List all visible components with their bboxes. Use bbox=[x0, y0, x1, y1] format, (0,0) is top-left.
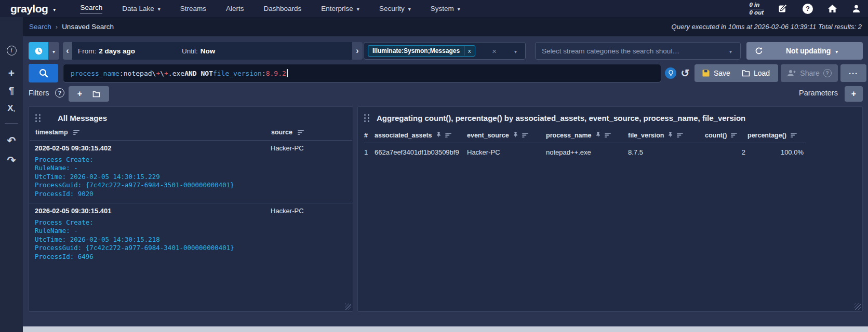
chevron-down-icon[interactable] bbox=[729, 46, 732, 56]
resize-handle[interactable] bbox=[345, 303, 351, 310]
nav-item-dashboards[interactable]: Dashboards bbox=[254, 5, 312, 12]
search-button[interactable] bbox=[29, 64, 58, 82]
query-token: \ bbox=[152, 70, 156, 77]
save-icon bbox=[702, 69, 710, 77]
pin-icon bbox=[436, 131, 441, 138]
aggregation-widget: Aggregating count(), percentage() by ass… bbox=[357, 106, 863, 312]
throughput-in: 0 in bbox=[750, 2, 764, 9]
query-token: .exe bbox=[168, 70, 184, 77]
time-range-picker-button[interactable] bbox=[29, 42, 48, 60]
until-label: Until: bbox=[182, 47, 198, 55]
query-token: : bbox=[119, 70, 124, 77]
message-row[interactable]: 2026-02-05 09:30:15.402 Hacker-PC Proces… bbox=[29, 141, 353, 203]
column-header-percentage[interactable]: percentage() bbox=[747, 128, 806, 143]
breadcrumb-separator: › bbox=[56, 23, 58, 31]
breadcrumb-search-link[interactable]: Search bbox=[29, 23, 51, 31]
refresh-controls-button[interactable]: Not updating bbox=[746, 42, 863, 60]
query-validation-icon[interactable] bbox=[665, 64, 676, 82]
drag-handle[interactable] bbox=[35, 114, 41, 122]
pin-icon bbox=[596, 131, 600, 138]
stream-category-placeholder: Select stream categories the search shou… bbox=[542, 47, 718, 55]
nav-item-enterprise[interactable]: Enterprise bbox=[311, 5, 369, 12]
more-actions-button[interactable]: ··· bbox=[840, 64, 866, 82]
cell-count: 2 bbox=[705, 143, 747, 162]
column-header-timestamp[interactable]: timestamp bbox=[35, 129, 80, 136]
add-parameter-button[interactable]: + bbox=[845, 86, 863, 102]
message-row[interactable]: 2026-02-05 09:30:15.401 Hacker-PC Proces… bbox=[29, 203, 353, 266]
from-value: 2 days ago bbox=[99, 47, 135, 55]
query-token: file_version bbox=[213, 70, 262, 77]
drag-handle[interactable] bbox=[364, 114, 369, 122]
query-execution-status: Query executed in 10ms at 2026-02-06 10:… bbox=[672, 23, 862, 31]
message-preview-line: RuleName: - bbox=[35, 227, 347, 235]
until-value: Now bbox=[201, 47, 216, 55]
nav-item-alerts[interactable]: Alerts bbox=[216, 5, 254, 12]
time-range-display[interactable]: From:2 days ago Until:Now bbox=[72, 42, 352, 60]
query-token: process_name bbox=[71, 70, 119, 77]
chevron-down-icon[interactable] bbox=[514, 46, 517, 56]
all-messages-widget: All Messages timestamp source 2026-02-05… bbox=[29, 106, 353, 312]
refresh-icon bbox=[755, 47, 763, 55]
stream-category-select[interactable]: Select stream categories the search shou… bbox=[535, 42, 741, 60]
stream-chip-label: Illuminate:Sysmon;Messages bbox=[368, 46, 464, 56]
share-button[interactable]: Share ? bbox=[781, 64, 838, 82]
graylog-logo[interactable]: graylog bbox=[10, 3, 56, 15]
column-header-process-name[interactable]: process_name bbox=[546, 128, 628, 143]
sidebar-divider bbox=[5, 123, 18, 124]
nav-item-streams[interactable]: Streams bbox=[170, 5, 216, 12]
filters-label: Filters bbox=[29, 89, 49, 97]
query-input[interactable]: process_name:notepad\+\+.exe AND NOT fil… bbox=[63, 64, 661, 82]
nav-item-system[interactable]: System bbox=[421, 5, 470, 12]
horizontal-scrollbar[interactable] bbox=[23, 326, 868, 332]
query-token: + bbox=[156, 70, 160, 77]
stream-select[interactable]: Illuminate:Sysmon;Messages x × bbox=[364, 42, 526, 60]
breadcrumb-current: Unsaved Search bbox=[62, 23, 114, 31]
fields-icon[interactable]: X bbox=[0, 101, 23, 116]
nav-item-data-lake[interactable]: Data Lake bbox=[112, 5, 170, 12]
column-header-count[interactable]: count() bbox=[705, 128, 747, 143]
column-header-file-version[interactable]: file_version bbox=[628, 128, 705, 143]
time-range-forward-button[interactable]: › bbox=[352, 42, 363, 60]
formatting-icon[interactable]: ¶ bbox=[0, 84, 23, 98]
view-description-icon[interactable]: i bbox=[0, 43, 23, 58]
query-history-icon[interactable]: ↺ bbox=[679, 64, 691, 82]
home-icon[interactable] bbox=[827, 4, 837, 13]
column-header-source[interactable]: source bbox=[271, 129, 304, 136]
sort-icon bbox=[522, 132, 529, 138]
filter-library-button[interactable] bbox=[92, 91, 100, 98]
undo-icon[interactable]: ↶ bbox=[0, 133, 23, 148]
load-button[interactable]: Load bbox=[742, 69, 770, 77]
time-range-back-button[interactable]: ‹ bbox=[63, 42, 72, 60]
sort-icon bbox=[298, 130, 304, 135]
stream-select-clear-icon[interactable]: × bbox=[492, 47, 497, 56]
column-header-event-source[interactable]: event_source bbox=[467, 128, 546, 143]
chevron-down-icon bbox=[53, 4, 56, 13]
cell-associated-assets: 662a7eef3401df1b03509bf9 bbox=[375, 143, 467, 162]
throughput-indicator[interactable]: 0 in 0 out bbox=[750, 2, 764, 16]
stream-chip-remove-icon[interactable]: x bbox=[464, 46, 475, 56]
create-widget-icon[interactable]: + bbox=[0, 66, 23, 80]
save-button[interactable]: Save bbox=[702, 69, 730, 77]
time-range-presets-button[interactable] bbox=[48, 42, 59, 60]
add-filter-button[interactable]: + bbox=[77, 89, 82, 99]
query-token: 8.9.2 bbox=[266, 70, 286, 77]
filters-help-icon[interactable]: ? bbox=[55, 88, 64, 98]
message-source: Hacker-PC bbox=[271, 144, 304, 152]
sort-icon bbox=[791, 132, 797, 138]
chevron-down-icon bbox=[458, 5, 460, 12]
sort-icon bbox=[73, 130, 80, 135]
edit-compose-icon[interactable] bbox=[778, 4, 788, 13]
widget-title: All Messages bbox=[58, 114, 107, 122]
message-preview-line: Process Create: bbox=[35, 156, 347, 164]
nav-item-security[interactable]: Security bbox=[369, 5, 421, 12]
help-icon[interactable]: ? bbox=[803, 4, 813, 14]
column-header-associated-assets[interactable]: associated_assets bbox=[375, 128, 467, 143]
resize-handle[interactable] bbox=[854, 303, 861, 310]
user-icon[interactable] bbox=[852, 4, 861, 13]
nav-item-search[interactable]: Search bbox=[70, 4, 112, 13]
aggregation-data-row[interactable]: 1 662a7eef3401df1b03509bf9 Hacker-PC not… bbox=[364, 143, 806, 162]
query-token: \ bbox=[160, 70, 164, 77]
redo-icon[interactable]: ↷ bbox=[0, 153, 23, 168]
share-user-plus-icon bbox=[787, 70, 796, 77]
sort-icon bbox=[605, 132, 611, 138]
